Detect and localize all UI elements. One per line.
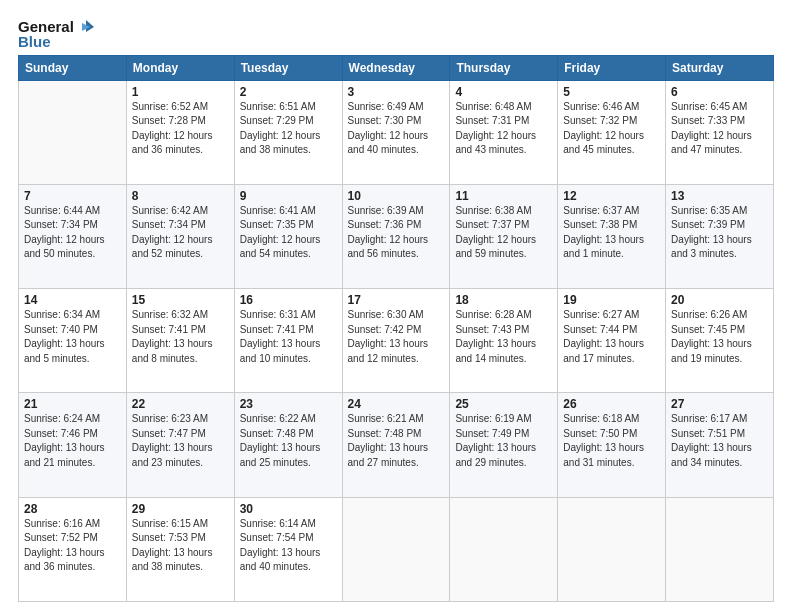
day-info: Sunrise: 6:37 AMSunset: 7:38 PMDaylight:… (563, 204, 660, 262)
day-info: Sunrise: 6:49 AMSunset: 7:30 PMDaylight:… (348, 100, 445, 158)
day-number: 21 (24, 397, 121, 411)
calendar-week-row: 28Sunrise: 6:16 AMSunset: 7:52 PMDayligh… (19, 497, 774, 601)
calendar-header-wednesday: Wednesday (342, 55, 450, 80)
logo: General Blue (18, 18, 94, 51)
day-number: 18 (455, 293, 552, 307)
calendar-cell: 25Sunrise: 6:19 AMSunset: 7:49 PMDayligh… (450, 393, 558, 497)
calendar-cell: 23Sunrise: 6:22 AMSunset: 7:48 PMDayligh… (234, 393, 342, 497)
day-number: 5 (563, 85, 660, 99)
day-number: 28 (24, 502, 121, 516)
calendar-cell (19, 80, 127, 184)
calendar-cell (666, 497, 774, 601)
calendar-cell: 17Sunrise: 6:30 AMSunset: 7:42 PMDayligh… (342, 289, 450, 393)
day-info: Sunrise: 6:42 AMSunset: 7:34 PMDaylight:… (132, 204, 229, 262)
calendar-header-sunday: Sunday (19, 55, 127, 80)
calendar-cell (450, 497, 558, 601)
day-number: 22 (132, 397, 229, 411)
calendar-cell: 26Sunrise: 6:18 AMSunset: 7:50 PMDayligh… (558, 393, 666, 497)
day-info: Sunrise: 6:14 AMSunset: 7:54 PMDaylight:… (240, 517, 337, 575)
day-number: 24 (348, 397, 445, 411)
day-number: 3 (348, 85, 445, 99)
calendar-cell: 24Sunrise: 6:21 AMSunset: 7:48 PMDayligh… (342, 393, 450, 497)
day-info: Sunrise: 6:32 AMSunset: 7:41 PMDaylight:… (132, 308, 229, 366)
day-number: 26 (563, 397, 660, 411)
calendar-cell: 28Sunrise: 6:16 AMSunset: 7:52 PMDayligh… (19, 497, 127, 601)
calendar-cell: 18Sunrise: 6:28 AMSunset: 7:43 PMDayligh… (450, 289, 558, 393)
day-info: Sunrise: 6:51 AMSunset: 7:29 PMDaylight:… (240, 100, 337, 158)
calendar-cell: 15Sunrise: 6:32 AMSunset: 7:41 PMDayligh… (126, 289, 234, 393)
day-number: 10 (348, 189, 445, 203)
calendar-cell: 10Sunrise: 6:39 AMSunset: 7:36 PMDayligh… (342, 184, 450, 288)
calendar-cell: 19Sunrise: 6:27 AMSunset: 7:44 PMDayligh… (558, 289, 666, 393)
calendar-cell: 27Sunrise: 6:17 AMSunset: 7:51 PMDayligh… (666, 393, 774, 497)
day-info: Sunrise: 6:41 AMSunset: 7:35 PMDaylight:… (240, 204, 337, 262)
calendar-week-row: 21Sunrise: 6:24 AMSunset: 7:46 PMDayligh… (19, 393, 774, 497)
day-info: Sunrise: 6:26 AMSunset: 7:45 PMDaylight:… (671, 308, 768, 366)
calendar-cell: 9Sunrise: 6:41 AMSunset: 7:35 PMDaylight… (234, 184, 342, 288)
day-number: 12 (563, 189, 660, 203)
calendar-header-saturday: Saturday (666, 55, 774, 80)
day-info: Sunrise: 6:24 AMSunset: 7:46 PMDaylight:… (24, 412, 121, 470)
calendar-cell: 5Sunrise: 6:46 AMSunset: 7:32 PMDaylight… (558, 80, 666, 184)
day-info: Sunrise: 6:39 AMSunset: 7:36 PMDaylight:… (348, 204, 445, 262)
day-number: 7 (24, 189, 121, 203)
day-number: 9 (240, 189, 337, 203)
day-number: 19 (563, 293, 660, 307)
day-info: Sunrise: 6:28 AMSunset: 7:43 PMDaylight:… (455, 308, 552, 366)
calendar-cell: 4Sunrise: 6:48 AMSunset: 7:31 PMDaylight… (450, 80, 558, 184)
day-info: Sunrise: 6:15 AMSunset: 7:53 PMDaylight:… (132, 517, 229, 575)
day-info: Sunrise: 6:45 AMSunset: 7:33 PMDaylight:… (671, 100, 768, 158)
day-number: 23 (240, 397, 337, 411)
day-info: Sunrise: 6:38 AMSunset: 7:37 PMDaylight:… (455, 204, 552, 262)
day-info: Sunrise: 6:52 AMSunset: 7:28 PMDaylight:… (132, 100, 229, 158)
day-number: 6 (671, 85, 768, 99)
day-info: Sunrise: 6:35 AMSunset: 7:39 PMDaylight:… (671, 204, 768, 262)
header: General Blue (18, 18, 774, 51)
day-info: Sunrise: 6:22 AMSunset: 7:48 PMDaylight:… (240, 412, 337, 470)
calendar-cell (558, 497, 666, 601)
calendar-cell: 20Sunrise: 6:26 AMSunset: 7:45 PMDayligh… (666, 289, 774, 393)
day-info: Sunrise: 6:34 AMSunset: 7:40 PMDaylight:… (24, 308, 121, 366)
day-info: Sunrise: 6:17 AMSunset: 7:51 PMDaylight:… (671, 412, 768, 470)
day-number: 16 (240, 293, 337, 307)
calendar-cell: 3Sunrise: 6:49 AMSunset: 7:30 PMDaylight… (342, 80, 450, 184)
day-number: 4 (455, 85, 552, 99)
day-number: 13 (671, 189, 768, 203)
calendar-cell: 14Sunrise: 6:34 AMSunset: 7:40 PMDayligh… (19, 289, 127, 393)
day-number: 29 (132, 502, 229, 516)
calendar-cell: 29Sunrise: 6:15 AMSunset: 7:53 PMDayligh… (126, 497, 234, 601)
calendar-header-row: SundayMondayTuesdayWednesdayThursdayFrid… (19, 55, 774, 80)
day-info: Sunrise: 6:19 AMSunset: 7:49 PMDaylight:… (455, 412, 552, 470)
day-info: Sunrise: 6:46 AMSunset: 7:32 PMDaylight:… (563, 100, 660, 158)
calendar-cell: 2Sunrise: 6:51 AMSunset: 7:29 PMDaylight… (234, 80, 342, 184)
calendar-cell: 6Sunrise: 6:45 AMSunset: 7:33 PMDaylight… (666, 80, 774, 184)
day-number: 30 (240, 502, 337, 516)
calendar-header-friday: Friday (558, 55, 666, 80)
day-info: Sunrise: 6:27 AMSunset: 7:44 PMDaylight:… (563, 308, 660, 366)
logo-bird-icon (76, 18, 94, 36)
calendar-cell: 1Sunrise: 6:52 AMSunset: 7:28 PMDaylight… (126, 80, 234, 184)
calendar-header-monday: Monday (126, 55, 234, 80)
day-number: 11 (455, 189, 552, 203)
logo-blue-text: Blue (18, 34, 51, 51)
day-info: Sunrise: 6:23 AMSunset: 7:47 PMDaylight:… (132, 412, 229, 470)
day-info: Sunrise: 6:30 AMSunset: 7:42 PMDaylight:… (348, 308, 445, 366)
day-number: 17 (348, 293, 445, 307)
day-info: Sunrise: 6:21 AMSunset: 7:48 PMDaylight:… (348, 412, 445, 470)
day-number: 1 (132, 85, 229, 99)
day-info: Sunrise: 6:31 AMSunset: 7:41 PMDaylight:… (240, 308, 337, 366)
day-info: Sunrise: 6:48 AMSunset: 7:31 PMDaylight:… (455, 100, 552, 158)
page: General Blue SundayMondayTuesdayWednesda… (0, 0, 792, 612)
calendar-cell: 11Sunrise: 6:38 AMSunset: 7:37 PMDayligh… (450, 184, 558, 288)
calendar-cell: 8Sunrise: 6:42 AMSunset: 7:34 PMDaylight… (126, 184, 234, 288)
logo-container: General Blue (18, 18, 94, 51)
day-number: 25 (455, 397, 552, 411)
day-info: Sunrise: 6:18 AMSunset: 7:50 PMDaylight:… (563, 412, 660, 470)
calendar-table: SundayMondayTuesdayWednesdayThursdayFrid… (18, 55, 774, 603)
day-number: 2 (240, 85, 337, 99)
calendar-week-row: 1Sunrise: 6:52 AMSunset: 7:28 PMDaylight… (19, 80, 774, 184)
day-info: Sunrise: 6:16 AMSunset: 7:52 PMDaylight:… (24, 517, 121, 575)
calendar-cell: 7Sunrise: 6:44 AMSunset: 7:34 PMDaylight… (19, 184, 127, 288)
calendar-cell (342, 497, 450, 601)
calendar-cell: 21Sunrise: 6:24 AMSunset: 7:46 PMDayligh… (19, 393, 127, 497)
